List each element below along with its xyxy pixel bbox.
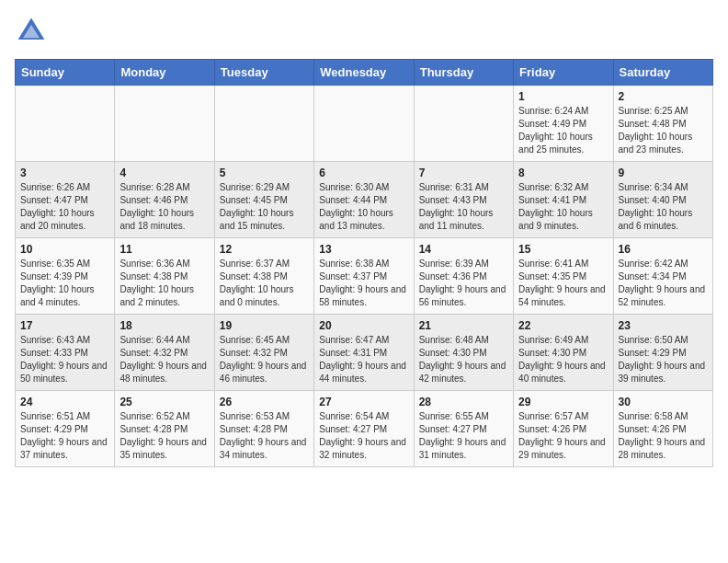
day-number: 3 bbox=[20, 167, 109, 179]
page-header bbox=[15, 15, 713, 48]
calendar-cell: 20Sunrise: 6:47 AM Sunset: 4:31 PM Dayli… bbox=[314, 315, 414, 391]
calendar-cell: 26Sunrise: 6:53 AM Sunset: 4:28 PM Dayli… bbox=[214, 391, 313, 467]
day-info: Sunrise: 6:43 AM Sunset: 4:33 PM Dayligh… bbox=[20, 334, 109, 385]
day-number: 24 bbox=[20, 396, 109, 408]
calendar-cell: 23Sunrise: 6:50 AM Sunset: 4:29 PM Dayli… bbox=[613, 315, 712, 391]
day-number: 23 bbox=[619, 319, 708, 332]
day-info: Sunrise: 6:50 AM Sunset: 4:29 PM Dayligh… bbox=[619, 334, 708, 385]
day-number: 7 bbox=[419, 167, 508, 179]
day-info: Sunrise: 6:34 AM Sunset: 4:40 PM Dayligh… bbox=[619, 181, 708, 233]
day-info: Sunrise: 6:52 AM Sunset: 4:28 PM Dayligh… bbox=[119, 410, 209, 462]
day-number: 15 bbox=[518, 243, 608, 256]
day-number: 8 bbox=[518, 167, 608, 179]
calendar-cell bbox=[16, 86, 115, 162]
header-sunday: Sunday bbox=[16, 60, 115, 86]
calendar-cell bbox=[314, 86, 414, 162]
day-info: Sunrise: 6:48 AM Sunset: 4:30 PM Dayligh… bbox=[419, 334, 508, 385]
calendar-week-1: 3Sunrise: 6:26 AM Sunset: 4:47 PM Daylig… bbox=[16, 162, 713, 238]
calendar-cell: 29Sunrise: 6:57 AM Sunset: 4:26 PM Dayli… bbox=[514, 391, 613, 467]
day-number: 11 bbox=[119, 243, 209, 256]
calendar-cell: 9Sunrise: 6:34 AM Sunset: 4:40 PM Daylig… bbox=[613, 162, 712, 238]
calendar-cell: 4Sunrise: 6:28 AM Sunset: 4:46 PM Daylig… bbox=[115, 162, 214, 238]
day-number: 29 bbox=[518, 396, 608, 408]
day-info: Sunrise: 6:35 AM Sunset: 4:39 PM Dayligh… bbox=[20, 258, 109, 309]
day-number: 4 bbox=[119, 167, 209, 179]
calendar-body: 1Sunrise: 6:24 AM Sunset: 4:49 PM Daylig… bbox=[16, 86, 713, 467]
day-info: Sunrise: 6:57 AM Sunset: 4:26 PM Dayligh… bbox=[518, 410, 608, 462]
calendar-cell bbox=[115, 86, 214, 162]
day-info: Sunrise: 6:36 AM Sunset: 4:38 PM Dayligh… bbox=[119, 258, 209, 309]
day-info: Sunrise: 6:29 AM Sunset: 4:45 PM Dayligh… bbox=[220, 181, 309, 233]
day-number: 17 bbox=[20, 319, 109, 332]
calendar-cell: 14Sunrise: 6:39 AM Sunset: 4:36 PM Dayli… bbox=[414, 238, 513, 315]
day-info: Sunrise: 6:58 AM Sunset: 4:26 PM Dayligh… bbox=[619, 410, 708, 462]
logo bbox=[15, 15, 51, 48]
day-number: 20 bbox=[319, 319, 408, 332]
calendar-cell: 18Sunrise: 6:44 AM Sunset: 4:32 PM Dayli… bbox=[115, 315, 214, 391]
day-info: Sunrise: 6:47 AM Sunset: 4:31 PM Dayligh… bbox=[319, 334, 408, 385]
header-friday: Friday bbox=[514, 60, 613, 86]
header-wednesday: Wednesday bbox=[314, 60, 414, 86]
day-info: Sunrise: 6:37 AM Sunset: 4:38 PM Dayligh… bbox=[220, 258, 309, 309]
day-info: Sunrise: 6:41 AM Sunset: 4:35 PM Dayligh… bbox=[518, 258, 608, 309]
calendar-cell: 30Sunrise: 6:58 AM Sunset: 4:26 PM Dayli… bbox=[613, 391, 712, 467]
day-info: Sunrise: 6:39 AM Sunset: 4:36 PM Dayligh… bbox=[419, 258, 508, 309]
calendar-cell: 12Sunrise: 6:37 AM Sunset: 4:38 PM Dayli… bbox=[214, 238, 313, 315]
day-info: Sunrise: 6:24 AM Sunset: 4:49 PM Dayligh… bbox=[518, 105, 608, 156]
calendar-cell: 19Sunrise: 6:45 AM Sunset: 4:32 PM Dayli… bbox=[214, 315, 313, 391]
day-info: Sunrise: 6:31 AM Sunset: 4:43 PM Dayligh… bbox=[419, 181, 508, 233]
day-number: 13 bbox=[319, 243, 408, 256]
day-number: 19 bbox=[220, 319, 309, 332]
day-info: Sunrise: 6:49 AM Sunset: 4:30 PM Dayligh… bbox=[518, 334, 608, 385]
calendar-cell: 22Sunrise: 6:49 AM Sunset: 4:30 PM Dayli… bbox=[514, 315, 613, 391]
header-tuesday: Tuesday bbox=[214, 60, 313, 86]
day-number: 21 bbox=[419, 319, 508, 332]
calendar-week-4: 24Sunrise: 6:51 AM Sunset: 4:29 PM Dayli… bbox=[16, 391, 713, 467]
calendar-cell: 16Sunrise: 6:42 AM Sunset: 4:34 PM Dayli… bbox=[613, 238, 712, 315]
day-info: Sunrise: 6:38 AM Sunset: 4:37 PM Dayligh… bbox=[319, 258, 408, 309]
day-number: 10 bbox=[20, 243, 109, 256]
day-number: 18 bbox=[119, 319, 209, 332]
calendar-table: SundayMondayTuesdayWednesdayThursdayFrid… bbox=[15, 59, 713, 467]
calendar-cell bbox=[214, 86, 313, 162]
day-number: 30 bbox=[619, 396, 708, 408]
calendar-header-row: SundayMondayTuesdayWednesdayThursdayFrid… bbox=[16, 60, 713, 86]
logo-icon bbox=[15, 15, 48, 48]
day-number: 1 bbox=[518, 90, 608, 103]
day-number: 9 bbox=[619, 167, 708, 179]
day-info: Sunrise: 6:25 AM Sunset: 4:48 PM Dayligh… bbox=[619, 105, 708, 156]
calendar-cell: 15Sunrise: 6:41 AM Sunset: 4:35 PM Dayli… bbox=[514, 238, 613, 315]
calendar-cell: 8Sunrise: 6:32 AM Sunset: 4:41 PM Daylig… bbox=[514, 162, 613, 238]
header-saturday: Saturday bbox=[613, 60, 712, 86]
day-info: Sunrise: 6:51 AM Sunset: 4:29 PM Dayligh… bbox=[20, 410, 109, 462]
calendar-cell: 28Sunrise: 6:55 AM Sunset: 4:27 PM Dayli… bbox=[414, 391, 513, 467]
calendar-week-3: 17Sunrise: 6:43 AM Sunset: 4:33 PM Dayli… bbox=[16, 315, 713, 391]
day-number: 22 bbox=[518, 319, 608, 332]
header-monday: Monday bbox=[115, 60, 214, 86]
day-info: Sunrise: 6:54 AM Sunset: 4:27 PM Dayligh… bbox=[319, 410, 408, 462]
day-info: Sunrise: 6:53 AM Sunset: 4:28 PM Dayligh… bbox=[220, 410, 309, 462]
day-info: Sunrise: 6:42 AM Sunset: 4:34 PM Dayligh… bbox=[619, 258, 708, 309]
calendar-cell: 21Sunrise: 6:48 AM Sunset: 4:30 PM Dayli… bbox=[414, 315, 513, 391]
day-info: Sunrise: 6:45 AM Sunset: 4:32 PM Dayligh… bbox=[220, 334, 309, 385]
day-info: Sunrise: 6:32 AM Sunset: 4:41 PM Dayligh… bbox=[518, 181, 608, 233]
day-number: 14 bbox=[419, 243, 508, 256]
calendar-cell: 10Sunrise: 6:35 AM Sunset: 4:39 PM Dayli… bbox=[16, 238, 115, 315]
calendar-cell: 1Sunrise: 6:24 AM Sunset: 4:49 PM Daylig… bbox=[514, 86, 613, 162]
calendar-cell: 7Sunrise: 6:31 AM Sunset: 4:43 PM Daylig… bbox=[414, 162, 513, 238]
calendar-week-0: 1Sunrise: 6:24 AM Sunset: 4:49 PM Daylig… bbox=[16, 86, 713, 162]
day-number: 16 bbox=[619, 243, 708, 256]
calendar-cell: 27Sunrise: 6:54 AM Sunset: 4:27 PM Dayli… bbox=[314, 391, 414, 467]
calendar-cell: 11Sunrise: 6:36 AM Sunset: 4:38 PM Dayli… bbox=[115, 238, 214, 315]
calendar-cell: 13Sunrise: 6:38 AM Sunset: 4:37 PM Dayli… bbox=[314, 238, 414, 315]
day-number: 26 bbox=[220, 396, 309, 408]
day-number: 6 bbox=[319, 167, 408, 179]
day-info: Sunrise: 6:44 AM Sunset: 4:32 PM Dayligh… bbox=[119, 334, 209, 385]
calendar-week-2: 10Sunrise: 6:35 AM Sunset: 4:39 PM Dayli… bbox=[16, 238, 713, 315]
calendar-cell bbox=[414, 86, 513, 162]
day-number: 25 bbox=[119, 396, 209, 408]
calendar-cell: 6Sunrise: 6:30 AM Sunset: 4:44 PM Daylig… bbox=[314, 162, 414, 238]
calendar-cell: 2Sunrise: 6:25 AM Sunset: 4:48 PM Daylig… bbox=[613, 86, 712, 162]
calendar-cell: 25Sunrise: 6:52 AM Sunset: 4:28 PM Dayli… bbox=[115, 391, 214, 467]
day-info: Sunrise: 6:28 AM Sunset: 4:46 PM Dayligh… bbox=[119, 181, 209, 233]
